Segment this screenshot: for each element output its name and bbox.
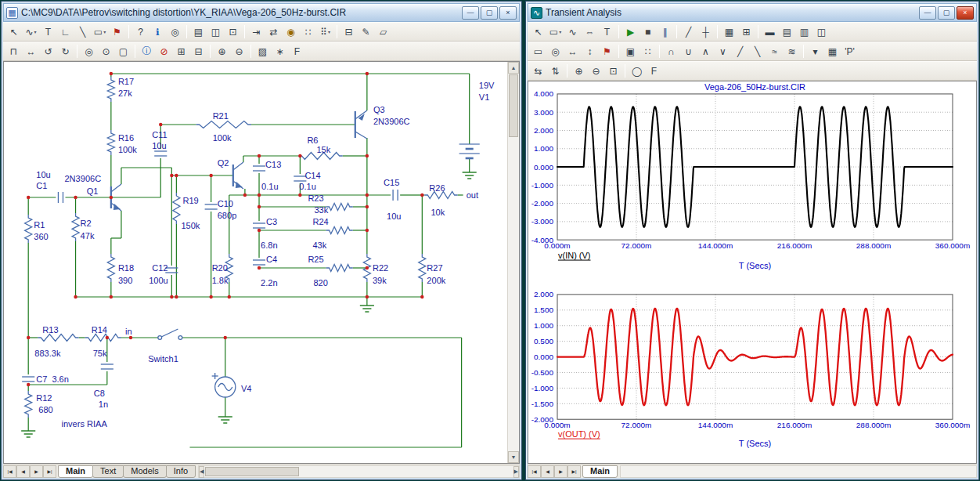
- rise-button[interactable]: ╱: [732, 44, 748, 60]
- horizontal-tag-tool[interactable]: ↔: [564, 44, 581, 60]
- select-tool[interactable]: ↖: [5, 24, 22, 40]
- node-toggle-tool[interactable]: ◉: [283, 24, 299, 40]
- zoom-in-button[interactable]: ⊕: [214, 44, 230, 60]
- schematic-titlebar[interactable]: ▦ C:\MC9\DATA\Petrov\switching distortio…: [3, 3, 520, 22]
- scroll-up-icon[interactable]: ▲: [508, 62, 519, 74]
- restore-button[interactable]: ▢: [481, 6, 498, 20]
- zoom-out-button[interactable]: ⊖: [588, 63, 604, 79]
- slope-tool[interactable]: ╱: [680, 24, 697, 40]
- grid-tool[interactable]: ⠿▾: [317, 24, 333, 40]
- schematic-vertical-scrollbar[interactable]: ▲ ▼: [507, 62, 519, 463]
- pan-x-button[interactable]: ⇆: [530, 63, 546, 79]
- zoom-region-button[interactable]: ⊡: [605, 63, 622, 79]
- select-tool[interactable]: ↖: [530, 24, 546, 40]
- prev-page-button[interactable]: ◀: [16, 465, 30, 478]
- high-button[interactable]: ∧: [697, 44, 714, 60]
- options-button[interactable]: ∗: [272, 44, 288, 60]
- zoom-out-button[interactable]: ⊖: [231, 44, 247, 60]
- low-button[interactable]: ∨: [715, 44, 731, 60]
- single-plot-button[interactable]: ▬: [762, 24, 778, 40]
- folder-tool[interactable]: ▱: [375, 24, 391, 40]
- stretch-tool[interactable]: ↔: [23, 44, 39, 60]
- tab-info[interactable]: Info: [166, 465, 196, 478]
- pane-layout-tool[interactable]: ⊟: [340, 24, 357, 40]
- first-page-button[interactable]: |◀: [3, 465, 16, 478]
- scroll-thumb[interactable]: [509, 74, 518, 137]
- pin-tool[interactable]: ⊓: [5, 44, 22, 60]
- zoom-box-tool[interactable]: ▭▾: [547, 24, 564, 40]
- mirror-tool[interactable]: ⇄: [265, 24, 282, 40]
- split-window-tool[interactable]: ◫: [207, 24, 224, 40]
- scroll-track[interactable]: [300, 466, 513, 477]
- tab-models[interactable]: Models: [123, 465, 166, 478]
- align-cursors-button[interactable]: ∷: [640, 44, 656, 60]
- redo-button[interactable]: ↻: [57, 44, 74, 60]
- tracker-tool[interactable]: ◎: [547, 44, 564, 60]
- point-info-tool[interactable]: ?: [132, 24, 149, 40]
- zoom-in-button[interactable]: ⊕: [571, 63, 587, 79]
- find-button[interactable]: ◎: [81, 44, 97, 60]
- annotate-tool[interactable]: ✎: [358, 24, 374, 40]
- fall-button[interactable]: ╲: [749, 44, 766, 60]
- text-box-tool[interactable]: ▤: [190, 24, 207, 40]
- font-button[interactable]: F: [646, 63, 662, 79]
- pause-button[interactable]: ∥: [657, 24, 673, 40]
- no-autoscale-button[interactable]: ◯: [629, 63, 645, 79]
- vertical-tag-tool[interactable]: ↕: [582, 44, 598, 60]
- region-box-tool[interactable]: ⊡: [225, 24, 241, 40]
- step-tool[interactable]: ⇥: [248, 24, 265, 40]
- shape-tool[interactable]: ▭▾: [92, 24, 108, 40]
- no-action-button[interactable]: ⊘: [156, 44, 172, 60]
- schematic-canvas[interactable]: R1727kR16100kC1110uR21100kQ32N3906C19VV1…: [3, 61, 520, 464]
- undo-button[interactable]: ↺: [40, 44, 56, 60]
- trace-legend[interactable]: v(IN) (V): [558, 251, 591, 260]
- region-select-tool[interactable]: ▭: [530, 44, 546, 60]
- scroll-track[interactable]: [621, 466, 976, 477]
- split-horizontal-button[interactable]: ▤: [779, 24, 795, 40]
- info-tool[interactable]: ℹ: [150, 24, 166, 40]
- plot-area[interactable]: 4.0003.0002.0001.0000.000-1.000-2.000-3.…: [528, 81, 977, 464]
- last-page-button[interactable]: ▶|: [43, 465, 56, 478]
- close-button[interactable]: ×: [957, 6, 974, 20]
- diagonal-wire-tool[interactable]: ╲: [74, 24, 91, 40]
- next-page-button[interactable]: ▶: [30, 465, 43, 478]
- scale-mode-tool[interactable]: ⇔: [582, 24, 598, 40]
- peak-button[interactable]: ∩: [663, 44, 679, 60]
- go-to-dropdown[interactable]: ▾: [807, 44, 823, 60]
- font-button[interactable]: F: [289, 44, 305, 60]
- stop-button[interactable]: ■: [640, 24, 656, 40]
- inflection-button[interactable]: ≈: [766, 44, 783, 60]
- browse-tool[interactable]: ◎: [167, 24, 183, 40]
- schematic-horizontal-scrollbar[interactable]: ◀ ▶: [198, 465, 520, 478]
- scroll-thumb[interactable]: [205, 467, 299, 476]
- trace-legend[interactable]: v(OUT) (V): [558, 429, 600, 439]
- wire-tool[interactable]: ∟: [57, 24, 74, 40]
- next-page-button[interactable]: ▶: [554, 465, 567, 478]
- valley-button[interactable]: ∪: [680, 44, 697, 60]
- crosshair-cursor-tool[interactable]: ┼: [697, 24, 714, 40]
- waveform-probe-tool[interactable]: ∿: [564, 24, 581, 40]
- text-tool[interactable]: T: [599, 24, 615, 40]
- run-button[interactable]: ▶: [622, 24, 639, 40]
- tab-main[interactable]: Main: [58, 465, 93, 478]
- text-tool[interactable]: T: [40, 24, 56, 40]
- copy-step-button[interactable]: ⊞: [173, 44, 189, 60]
- scroll-right-icon[interactable]: ▶: [513, 466, 519, 478]
- flag-tool[interactable]: ⚑: [109, 24, 125, 40]
- data-points-button[interactable]: ▦: [721, 24, 737, 40]
- component-tool[interactable]: ∿▾: [23, 24, 39, 40]
- scroll-down-icon[interactable]: ▼: [508, 451, 519, 463]
- restore-button[interactable]: ▢: [938, 6, 955, 20]
- tag-tool[interactable]: ⚑: [599, 44, 615, 60]
- cursor-select-button[interactable]: ▣: [622, 44, 639, 60]
- close-button[interactable]: ×: [499, 6, 517, 20]
- tab-main[interactable]: Main: [582, 465, 618, 478]
- split-vertical-button[interactable]: ▥: [796, 24, 812, 40]
- transient-titlebar[interactable]: ∿ Transient Analysis —▢×: [528, 3, 977, 22]
- first-page-button[interactable]: |◀: [528, 465, 541, 478]
- scroll-track[interactable]: [508, 138, 519, 451]
- minimize-button[interactable]: —: [919, 6, 936, 20]
- plot-properties-button[interactable]: 'P': [841, 44, 858, 60]
- tab-text[interactable]: Text: [92, 465, 124, 478]
- find-next-button[interactable]: ⊙: [98, 44, 114, 60]
